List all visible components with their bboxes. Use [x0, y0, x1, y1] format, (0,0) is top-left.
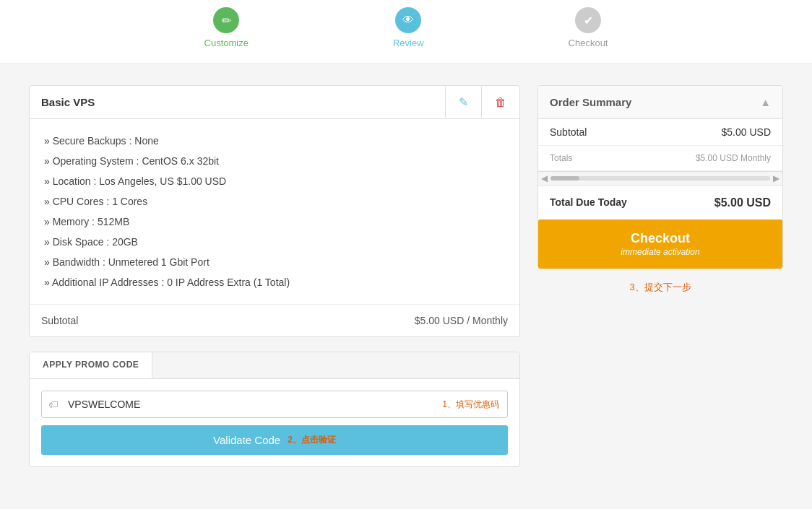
promo-input-hint: 1、填写优惠码 — [442, 399, 499, 411]
edit-icon: ✎ — [459, 96, 468, 108]
validate-hint: 2、点击验证 — [288, 434, 336, 446]
product-details: » Secure Backups : None» Operating Syste… — [30, 119, 519, 305]
validate-label: Validate Code — [213, 434, 280, 446]
product-card: Basic VPS ✎ 🗑 » Secure Backups : None» O… — [29, 85, 520, 337]
promo-tab-header: APPLY PROMO CODE — [30, 352, 519, 379]
checkout-sub-label: immediate activation — [550, 247, 771, 257]
product-detail-line: » Location : Los Angeles, US $1.00 USD — [44, 171, 505, 191]
review-icon: 👁 — [395, 7, 421, 33]
promo-input[interactable] — [41, 391, 508, 418]
product-detail-line: » Bandwidth : Unmetered 1 Gbit Port — [44, 252, 505, 272]
summary-subtotal-label: Subtotal — [550, 126, 587, 138]
promo-body: 🏷 1、填写优惠码 Validate Code 2、点击验证 — [30, 379, 519, 466]
product-detail-line: » Operating System : CentOS 6.x 32bit — [44, 151, 505, 171]
totals-label: Totals — [550, 153, 572, 163]
promo-tab-label[interactable]: APPLY PROMO CODE — [30, 352, 152, 378]
validate-button[interactable]: Validate Code 2、点击验证 — [41, 425, 508, 455]
subtotal-label: Subtotal — [41, 315, 78, 326]
customize-label: Customize — [204, 38, 249, 48]
scroll-left-arrow[interactable]: ◀ — [541, 173, 548, 183]
order-summary-card: Order Summary ▲ Subtotal $5.00 USD Total… — [537, 85, 783, 269]
nav-step-checkout[interactable]: ✔ Checkout — [569, 7, 608, 48]
checkout-icon: ✔ — [575, 7, 601, 33]
nav-step-review[interactable]: 👁 Review — [393, 7, 424, 48]
main-content: Basic VPS ✎ 🗑 » Secure Backups : None» O… — [0, 64, 812, 489]
left-panel: Basic VPS ✎ 🗑 » Secure Backups : None» O… — [29, 85, 520, 467]
checkout-btn-wrapper: Checkout immediate activation — [538, 219, 782, 269]
step-nav: ✏ Customize 👁 Review ✔ Checkout — [0, 0, 812, 64]
promo-section: APPLY PROMO CODE 🏷 1、填写优惠码 Validate Code… — [29, 352, 520, 467]
customize-icon: ✏ — [213, 7, 239, 33]
review-label: Review — [393, 38, 424, 48]
summary-subtotal-value: $5.00 USD — [722, 126, 771, 138]
subtotal-value: $5.00 USD / Monthly — [415, 315, 508, 326]
delete-icon: 🗑 — [495, 96, 506, 108]
horizontal-scrollbar[interactable] — [550, 176, 770, 180]
product-detail-line: » Secure Backups : None — [44, 131, 505, 151]
promo-input-wrapper: 🏷 1、填写优惠码 — [41, 391, 508, 418]
nav-step-customize[interactable]: ✏ Customize — [204, 7, 249, 48]
collapse-icon[interactable]: ▲ — [760, 96, 771, 108]
scrollbar-area: ◀ ▶ — [538, 171, 782, 185]
edit-button[interactable]: ✎ — [446, 87, 482, 118]
order-summary-header: Order Summary ▲ — [538, 86, 782, 119]
total-due-row: Total Due Today $5.00 USD — [538, 185, 782, 219]
product-detail-line: » Additional IP Addresses : 0 IP Address… — [44, 272, 505, 292]
checkout-main-label: Checkout — [631, 231, 690, 245]
total-due-label: Total Due Today — [550, 196, 627, 209]
order-summary-title: Order Summary — [550, 96, 631, 108]
scroll-right-arrow[interactable]: ▶ — [773, 173, 779, 183]
promo-tag-icon: 🏷 — [48, 399, 59, 410]
next-step-hint: 3、提交下一步 — [537, 281, 783, 294]
subtotal-row: Subtotal $5.00 USD — [538, 119, 782, 146]
totals-value: $5.00 USD Monthly — [696, 153, 771, 163]
checkout-label: Checkout — [569, 38, 608, 48]
product-card-header: Basic VPS ✎ 🗑 — [30, 86, 519, 119]
product-title: Basic VPS — [30, 86, 445, 118]
delete-button[interactable]: 🗑 — [482, 87, 519, 118]
checkout-button[interactable]: Checkout immediate activation — [538, 219, 782, 269]
product-actions: ✎ 🗑 — [445, 87, 519, 118]
product-subtotal: Subtotal $5.00 USD / Monthly — [30, 305, 519, 336]
totals-row: Totals $5.00 USD Monthly — [538, 146, 782, 171]
product-detail-line: » CPU Cores : 1 Cores — [44, 191, 505, 212]
order-summary-scroll: Subtotal $5.00 USD Totals $5.00 USD Mont… — [538, 119, 782, 171]
product-detail-line: » Memory : 512MB — [44, 212, 505, 232]
right-panel: Order Summary ▲ Subtotal $5.00 USD Total… — [537, 85, 783, 467]
total-due-value: $5.00 USD — [714, 196, 771, 209]
product-detail-line: » Disk Space : 20GB — [44, 232, 505, 252]
